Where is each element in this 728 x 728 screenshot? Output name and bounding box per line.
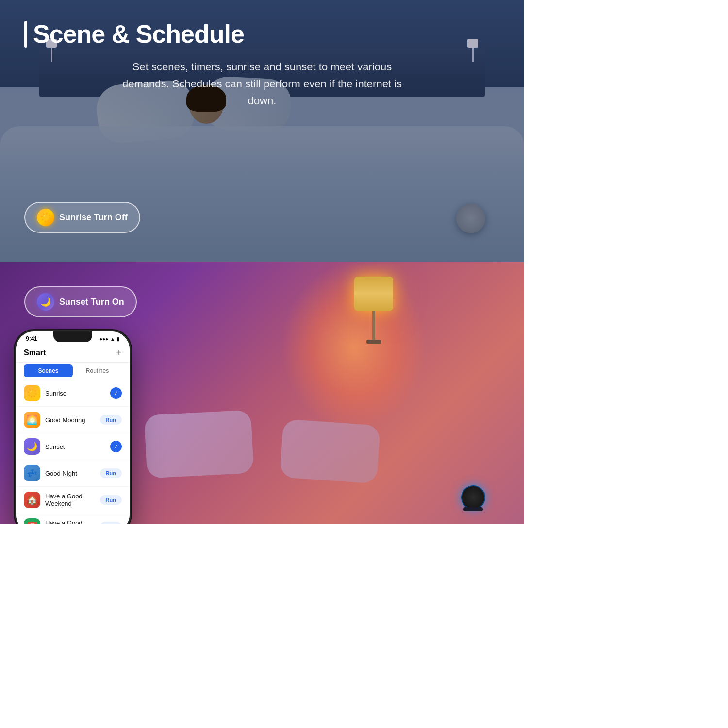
scene-icon-2: 🌙 bbox=[24, 438, 40, 455]
scene-name-0: Sunrise bbox=[45, 390, 105, 397]
tab-routines[interactable]: Routines bbox=[73, 364, 122, 377]
sunrise-icon: ☀️ bbox=[37, 209, 54, 226]
sunset-icon: 🌙 bbox=[37, 293, 54, 311]
echo-dot bbox=[461, 485, 485, 510]
phone-notch-area: 9:41 ●●● ▲ ▮ bbox=[16, 331, 130, 344]
phone-app-title: Smart bbox=[24, 348, 46, 357]
scene-run-button-5[interactable]: Run bbox=[100, 522, 122, 524]
scene-check-0[interactable]: ✓ bbox=[110, 387, 122, 399]
bedside-lamp bbox=[354, 277, 393, 344]
phone-mockup: 9:41 ●●● ▲ ▮ Smart + Scenes Routines ☀️S… bbox=[15, 330, 131, 524]
bottom-pillows bbox=[146, 413, 379, 485]
tab-scenes[interactable]: Scenes bbox=[24, 364, 73, 377]
scene-item-2[interactable]: 🌙Sunset✓ bbox=[16, 433, 130, 460]
signal-icon: ●●● bbox=[99, 336, 108, 342]
scene-name-3: Good Night bbox=[45, 470, 95, 477]
scene-run-button-4[interactable]: Run bbox=[100, 495, 122, 505]
sunset-button-label: Sunset Turn On bbox=[59, 297, 124, 307]
lamp-base bbox=[366, 340, 381, 344]
top-section: Scene & Schedule Set scenes, timers, sun… bbox=[0, 0, 524, 262]
scene-icon-5: 📅 bbox=[24, 518, 40, 524]
battery-icon: ▮ bbox=[117, 336, 120, 342]
scene-name-5: Have a Good Weekend bbox=[45, 519, 95, 524]
scene-list: ☀️Sunrise✓🌅Good MooringRun🌙Sunset✓💤Good … bbox=[16, 380, 130, 524]
status-icons: ●●● ▲ ▮ bbox=[99, 336, 120, 342]
title-bar bbox=[24, 21, 27, 48]
pillow-b1 bbox=[144, 410, 254, 478]
lamp-shade bbox=[354, 277, 393, 311]
phone-header: Smart + bbox=[16, 344, 130, 363]
scene-run-button-1[interactable]: Run bbox=[100, 415, 122, 425]
status-time: 9:41 bbox=[26, 335, 37, 342]
scene-name-4: Have a Good Weekend bbox=[45, 493, 95, 507]
phone-container: 9:41 ●●● ▲ ▮ Smart + Scenes Routines ☀️S… bbox=[15, 330, 131, 524]
scene-name-1: Good Mooring bbox=[45, 416, 95, 424]
phone-tabs: Scenes Routines bbox=[16, 363, 130, 380]
scene-icon-1: 🌅 bbox=[24, 412, 40, 428]
phone-notch bbox=[53, 331, 92, 342]
scene-item-3[interactable]: 💤Good NightRun bbox=[16, 460, 130, 487]
scene-run-button-3[interactable]: Run bbox=[100, 468, 122, 478]
scene-item-1[interactable]: 🌅Good MooringRun bbox=[16, 407, 130, 433]
pillow-b2 bbox=[280, 419, 381, 484]
lamp-pole bbox=[372, 311, 375, 340]
scene-icon-3: 💤 bbox=[24, 465, 40, 481]
sunrise-button-label: Sunrise Turn Off bbox=[59, 213, 128, 223]
scene-item-5[interactable]: 📅Have a Good WeekendRun bbox=[16, 513, 130, 524]
scene-check-2[interactable]: ✓ bbox=[110, 441, 122, 452]
sunrise-turn-off-button[interactable]: ☀️ Sunrise Turn Off bbox=[24, 202, 140, 233]
scene-icon-0: ☀️ bbox=[24, 385, 40, 401]
scene-item-0[interactable]: ☀️Sunrise✓ bbox=[16, 380, 130, 407]
scene-name-2: Sunset bbox=[45, 443, 105, 450]
bottom-section: 🌙 Sunset Turn On 9:41 ●●● ▲ ▮ Smart + bbox=[0, 262, 524, 524]
top-content: Scene & Schedule Set scenes, timers, sun… bbox=[0, 0, 524, 110]
add-scene-button[interactable]: + bbox=[116, 347, 122, 358]
sunset-turn-on-button[interactable]: 🌙 Sunset Turn On bbox=[24, 286, 137, 317]
scene-item-4[interactable]: 🏠Have a Good WeekendRun bbox=[16, 487, 130, 513]
section-title: Scene & Schedule bbox=[24, 19, 500, 49]
subtitle: Set scenes, timers, sunrise and sunset t… bbox=[116, 58, 408, 110]
main-title: Scene & Schedule bbox=[33, 19, 244, 49]
wifi-icon: ▲ bbox=[110, 336, 115, 342]
scene-icon-4: 🏠 bbox=[24, 492, 40, 508]
